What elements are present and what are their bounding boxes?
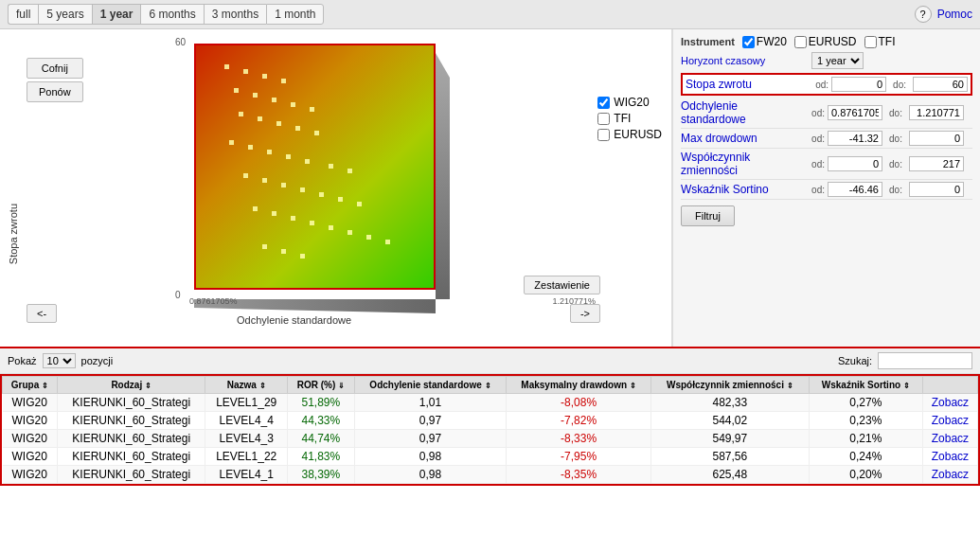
filter-od-input-3[interactable] <box>828 156 882 171</box>
cell-sortino: 0,21% <box>809 430 922 448</box>
legend-item-tfi: TFI <box>597 112 662 125</box>
dot-12 <box>295 126 300 131</box>
cell-wspolczynnik: 544,02 <box>650 412 809 430</box>
btn-5years[interactable]: 5 years <box>38 4 91 25</box>
filter-od-input-4[interactable] <box>828 182 882 197</box>
col-drawdown[interactable]: Maksymalny drawdown ⇕ <box>507 377 651 394</box>
dot-11 <box>276 121 281 126</box>
cofnij-button[interactable]: Cofnij <box>27 58 83 79</box>
cell-wspolczynnik: 549,97 <box>650 430 809 448</box>
data-table: Grupa ⇕ Rodzaj ⇕ Nazwa ⇕ ROR (%) ⇓ Odchy… <box>2 376 978 484</box>
dot-21 <box>243 173 248 178</box>
dot-35 <box>385 240 390 244</box>
ponow-button[interactable]: Ponów <box>27 81 83 102</box>
cell-odchylenie: 1,01 <box>354 394 506 412</box>
cell-ror: 41,83% <box>287 448 354 466</box>
cell-drawdown: -8,35% <box>507 466 651 484</box>
cell-rodzaj: KIERUNKI_60_Strategi <box>57 448 205 466</box>
fw20-checkbox-label: FW20 <box>742 35 787 48</box>
filter-row-0: Stopa zwrotu od: do: <box>681 73 972 96</box>
filter-label-4: Wskaźnik Sortino <box>681 183 804 196</box>
cell-sortino: 0,27% <box>809 394 922 412</box>
col-see <box>922 377 977 394</box>
fw20-checkbox[interactable] <box>742 36 755 48</box>
help-icon[interactable]: ? <box>915 6 932 23</box>
filter-do-input-0[interactable] <box>913 77 968 92</box>
od-label-4: od: <box>804 185 825 195</box>
nav-right-button[interactable]: -> <box>570 304 600 323</box>
see-link-0[interactable]: Zobacz <box>932 396 969 409</box>
filter-do-input-4[interactable] <box>909 182 964 197</box>
cell-see[interactable]: Zobacz <box>922 448 977 466</box>
cell-see[interactable]: Zobacz <box>922 430 977 448</box>
col-sortino[interactable]: Wskaźnik Sortino ⇕ <box>809 377 922 394</box>
col-ror[interactable]: ROR (%) ⇓ <box>287 377 354 394</box>
legend-checkbox-wig20[interactable] <box>597 97 610 109</box>
filter-od-input-1[interactable] <box>828 105 882 120</box>
see-link-3[interactable]: Zobacz <box>932 450 969 463</box>
pokaz-label: Pokaż <box>8 355 37 366</box>
dot-2 <box>262 74 267 79</box>
cell-grupa: WIG20 <box>3 430 58 448</box>
filter-od-input-2[interactable] <box>828 131 882 146</box>
filter-od-input-0[interactable] <box>831 77 886 92</box>
filtruj-button[interactable]: Filtruj <box>681 205 735 226</box>
cell-drawdown: -7,82% <box>507 412 651 430</box>
table-body: WIG20 KIERUNKI_60_Strategi LEVEL1_29 51,… <box>3 394 978 484</box>
dot-38 <box>300 254 305 259</box>
col-odchylenie[interactable]: Odchylenie standardowe ⇕ <box>354 377 506 394</box>
tfi-label: TFI <box>879 35 896 48</box>
od-label-1: od: <box>804 108 825 118</box>
chart-bg <box>194 44 436 290</box>
see-link-1[interactable]: Zobacz <box>932 414 969 427</box>
btn-6months[interactable]: 6 months <box>140 4 203 25</box>
dot-15 <box>248 145 253 150</box>
col-grupa[interactable]: Grupa ⇕ <box>3 377 58 394</box>
table-row: WIG20 KIERUNKI_60_Strategi LEVEL1_29 51,… <box>3 394 978 412</box>
btn-full[interactable]: full <box>8 4 38 25</box>
eurusd-checkbox-label: EURUSD <box>794 35 857 48</box>
cell-odchylenie: 0,97 <box>354 430 506 448</box>
dot-5 <box>253 93 258 98</box>
btn-3months[interactable]: 3 months <box>204 4 266 25</box>
table-row: WIG20 KIERUNKI_60_Strategi LEVEL4_4 44,3… <box>3 412 978 430</box>
btn-1year[interactable]: 1 year <box>92 4 141 25</box>
top-bar: full 5 years 1 year 6 months 3 months 1 … <box>0 0 980 29</box>
btn-1month[interactable]: 1 month <box>266 4 324 25</box>
filter-do-input-3[interactable] <box>909 156 964 171</box>
cell-sortino: 0,23% <box>809 412 922 430</box>
see-link-4[interactable]: Zobacz <box>932 468 969 481</box>
filter-do-input-2[interactable] <box>909 131 964 146</box>
zestawienie-button[interactable]: Zestawienie <box>524 276 600 294</box>
eurusd-checkbox[interactable] <box>794 36 807 48</box>
dot-34 <box>366 235 371 240</box>
legend-checkbox-eurusd[interactable] <box>597 129 610 141</box>
cell-wspolczynnik: 482,33 <box>650 394 809 412</box>
legend-checkbox-tfi[interactable] <box>597 113 610 125</box>
filter-do-input-1[interactable] <box>909 105 964 120</box>
do-label-0: do: <box>889 80 910 90</box>
pokaz-select[interactable]: 10 <box>43 353 76 368</box>
dot-28 <box>253 206 258 211</box>
dot-8 <box>310 107 314 112</box>
col-nazwa[interactable]: Nazwa ⇕ <box>205 377 288 394</box>
chart-panel: Stopa zwrotu Cofnij Ponów 60 0 0.8761705… <box>0 29 672 347</box>
search-input[interactable] <box>878 352 972 369</box>
do-label-3: do: <box>885 159 906 169</box>
nav-left-button[interactable]: <- <box>27 304 57 323</box>
cell-see[interactable]: Zobacz <box>922 412 977 430</box>
cell-see[interactable]: Zobacz <box>922 394 977 412</box>
dot-37 <box>281 249 286 254</box>
filter-panel: Instrument FW20 EURUSD TFI Horyzont czas… <box>672 29 980 347</box>
instrument-label: Instrument <box>681 36 735 47</box>
tfi-checkbox[interactable] <box>864 36 877 48</box>
see-link-2[interactable]: Zobacz <box>932 432 969 445</box>
cell-drawdown: -8,33% <box>507 430 651 448</box>
od-label-0: od: <box>808 80 829 90</box>
col-wspolczynnik[interactable]: Współczynnik zmienności ⇕ <box>650 377 809 394</box>
dot-36 <box>262 244 267 249</box>
cell-ror: 38,39% <box>287 466 354 484</box>
horyzont-select[interactable]: 1 year <box>811 52 864 69</box>
cell-see[interactable]: Zobacz <box>922 466 977 484</box>
col-rodzaj[interactable]: Rodzaj ⇕ <box>57 377 205 394</box>
